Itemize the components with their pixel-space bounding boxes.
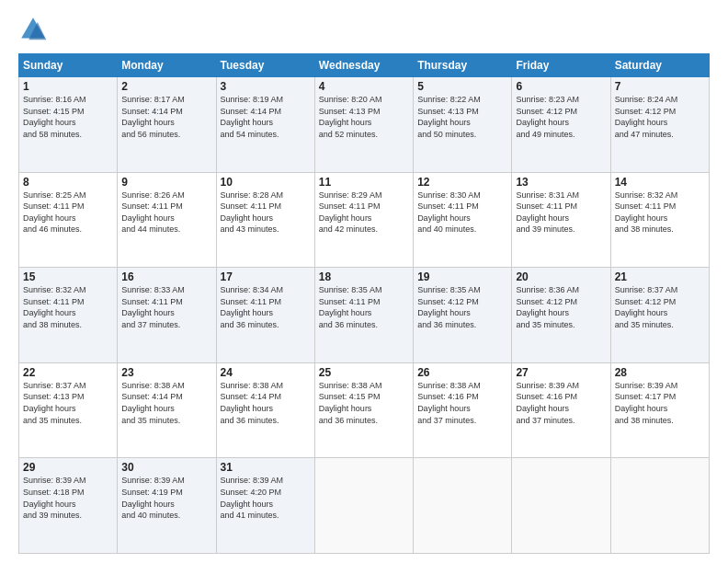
calendar-cell: 9 Sunrise: 8:26 AM Sunset: 4:11 PM Dayli… [118,172,216,268]
day-number: 22 [23,366,113,379]
day-number: 15 [23,270,113,283]
day-number: 31 [221,461,311,474]
dow-header-tuesday: Tuesday [216,54,314,77]
day-number: 28 [615,366,705,379]
day-info: Sunrise: 8:32 AM Sunset: 4:11 PM Dayligh… [615,190,705,236]
day-info: Sunrise: 8:38 AM Sunset: 4:14 PM Dayligh… [121,380,211,426]
day-info: Sunrise: 8:20 AM Sunset: 4:13 PM Dayligh… [319,94,409,140]
day-number: 16 [121,270,211,283]
week-row-5: 29 Sunrise: 8:39 AM Sunset: 4:18 PM Dayl… [19,458,710,554]
day-number: 11 [319,176,409,189]
calendar-cell: 17 Sunrise: 8:34 AM Sunset: 4:11 PM Dayl… [216,268,314,363]
day-number: 30 [121,461,211,474]
calendar-cell: 7 Sunrise: 8:24 AM Sunset: 4:12 PM Dayli… [610,77,709,173]
calendar-cell: 23 Sunrise: 8:38 AM Sunset: 4:14 PM Dayl… [118,362,216,458]
day-number: 23 [121,366,211,379]
day-number: 14 [615,176,705,189]
day-info: Sunrise: 8:38 AM Sunset: 4:16 PM Dayligh… [417,380,507,426]
dow-header-sunday: Sunday [19,54,118,77]
calendar-cell: 28 Sunrise: 8:39 AM Sunset: 4:17 PM Dayl… [610,362,709,458]
day-info: Sunrise: 8:17 AM Sunset: 4:14 PM Dayligh… [121,94,211,140]
day-info: Sunrise: 8:28 AM Sunset: 4:11 PM Dayligh… [221,190,311,236]
calendar-cell: 3 Sunrise: 8:19 AM Sunset: 4:14 PM Dayli… [216,77,314,173]
day-info: Sunrise: 8:23 AM Sunset: 4:12 PM Dayligh… [516,94,606,140]
day-info: Sunrise: 8:26 AM Sunset: 4:11 PM Dayligh… [121,190,211,236]
day-info: Sunrise: 8:35 AM Sunset: 4:12 PM Dayligh… [417,284,507,330]
day-number: 24 [221,366,311,379]
day-number: 10 [221,176,311,189]
calendar-cell: 2 Sunrise: 8:17 AM Sunset: 4:14 PM Dayli… [118,77,216,173]
calendar-cell [314,458,413,554]
day-number: 1 [23,80,113,93]
calendar-cell: 26 Sunrise: 8:38 AM Sunset: 4:16 PM Dayl… [414,362,512,458]
calendar-cell: 20 Sunrise: 8:36 AM Sunset: 4:12 PM Dayl… [512,268,610,363]
calendar-cell: 31 Sunrise: 8:39 AM Sunset: 4:20 PM Dayl… [216,458,314,554]
week-row-4: 22 Sunrise: 8:37 AM Sunset: 4:13 PM Dayl… [19,362,710,458]
calendar-cell: 16 Sunrise: 8:33 AM Sunset: 4:11 PM Dayl… [118,268,216,363]
calendar-body: 1 Sunrise: 8:16 AM Sunset: 4:15 PM Dayli… [19,77,710,554]
calendar-cell [512,458,610,554]
day-info: Sunrise: 8:31 AM Sunset: 4:11 PM Dayligh… [516,190,606,236]
day-number: 6 [516,80,606,93]
calendar-cell: 25 Sunrise: 8:38 AM Sunset: 4:15 PM Dayl… [314,362,413,458]
calendar-cell: 4 Sunrise: 8:20 AM Sunset: 4:13 PM Dayli… [314,77,413,173]
dow-header-thursday: Thursday [414,54,512,77]
dow-header-monday: Monday [118,54,216,77]
day-info: Sunrise: 8:36 AM Sunset: 4:12 PM Dayligh… [516,284,606,330]
day-info: Sunrise: 8:19 AM Sunset: 4:14 PM Dayligh… [221,94,311,140]
day-info: Sunrise: 8:39 AM Sunset: 4:16 PM Dayligh… [516,380,606,426]
day-number: 18 [319,270,409,283]
calendar-cell [414,458,512,554]
calendar-cell: 13 Sunrise: 8:31 AM Sunset: 4:11 PM Dayl… [512,172,610,268]
day-number: 5 [417,80,507,93]
day-number: 29 [23,461,113,474]
calendar-cell: 11 Sunrise: 8:29 AM Sunset: 4:11 PM Dayl… [314,172,413,268]
day-number: 13 [516,176,606,189]
calendar-cell: 18 Sunrise: 8:35 AM Sunset: 4:11 PM Dayl… [314,268,413,363]
calendar-table: SundayMondayTuesdayWednesdayThursdayFrid… [18,53,710,554]
day-info: Sunrise: 8:37 AM Sunset: 4:12 PM Dayligh… [615,284,705,330]
dow-header-wednesday: Wednesday [314,54,413,77]
day-number: 19 [417,270,507,283]
calendar-cell: 12 Sunrise: 8:30 AM Sunset: 4:11 PM Dayl… [414,172,512,268]
calendar-cell [610,458,709,554]
dow-header-friday: Friday [512,54,610,77]
calendar-cell: 22 Sunrise: 8:37 AM Sunset: 4:13 PM Dayl… [19,362,118,458]
calendar-cell: 29 Sunrise: 8:39 AM Sunset: 4:18 PM Dayl… [19,458,118,554]
day-info: Sunrise: 8:34 AM Sunset: 4:11 PM Dayligh… [221,284,311,330]
day-number: 27 [516,366,606,379]
day-info: Sunrise: 8:39 AM Sunset: 4:20 PM Dayligh… [221,475,311,521]
day-number: 9 [121,176,211,189]
calendar-cell: 24 Sunrise: 8:38 AM Sunset: 4:14 PM Dayl… [216,362,314,458]
day-number: 8 [23,176,113,189]
day-info: Sunrise: 8:22 AM Sunset: 4:13 PM Dayligh… [417,94,507,140]
day-number: 25 [319,366,409,379]
day-info: Sunrise: 8:29 AM Sunset: 4:11 PM Dayligh… [319,190,409,236]
dow-header-saturday: Saturday [610,54,709,77]
calendar-cell: 27 Sunrise: 8:39 AM Sunset: 4:16 PM Dayl… [512,362,610,458]
day-info: Sunrise: 8:37 AM Sunset: 4:13 PM Dayligh… [23,380,113,426]
days-of-week-row: SundayMondayTuesdayWednesdayThursdayFrid… [19,54,710,77]
day-number: 3 [221,80,311,93]
day-number: 4 [319,80,409,93]
calendar-cell: 21 Sunrise: 8:37 AM Sunset: 4:12 PM Dayl… [610,268,709,363]
day-number: 12 [417,176,507,189]
day-number: 20 [516,270,606,283]
calendar-cell: 8 Sunrise: 8:25 AM Sunset: 4:11 PM Dayli… [19,172,118,268]
calendar-cell: 15 Sunrise: 8:32 AM Sunset: 4:11 PM Dayl… [19,268,118,363]
header [18,15,710,44]
day-number: 17 [221,270,311,283]
day-info: Sunrise: 8:32 AM Sunset: 4:11 PM Dayligh… [23,284,113,330]
calendar-cell: 30 Sunrise: 8:39 AM Sunset: 4:19 PM Dayl… [118,458,216,554]
day-info: Sunrise: 8:25 AM Sunset: 4:11 PM Dayligh… [23,190,113,236]
day-number: 21 [615,270,705,283]
day-info: Sunrise: 8:39 AM Sunset: 4:19 PM Dayligh… [121,475,211,521]
day-info: Sunrise: 8:39 AM Sunset: 4:18 PM Dayligh… [23,475,113,521]
day-info: Sunrise: 8:38 AM Sunset: 4:15 PM Dayligh… [319,380,409,426]
day-info: Sunrise: 8:24 AM Sunset: 4:12 PM Dayligh… [615,94,705,140]
day-number: 26 [417,366,507,379]
logo-icon [18,15,48,44]
logo [18,15,51,44]
day-number: 7 [615,80,705,93]
day-info: Sunrise: 8:38 AM Sunset: 4:14 PM Dayligh… [221,380,311,426]
